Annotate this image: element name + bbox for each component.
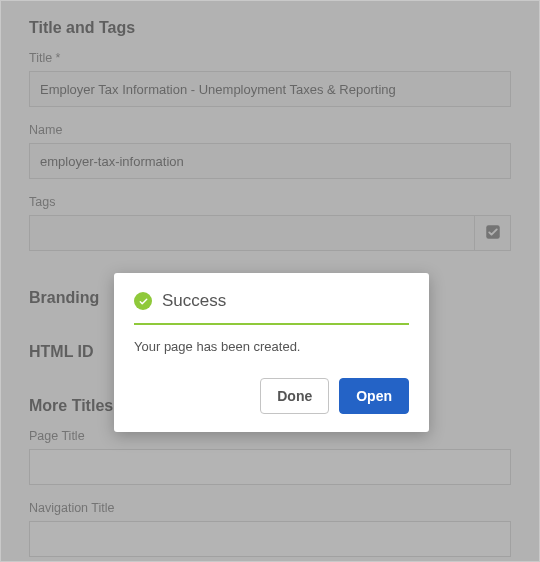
dialog-actions: Done Open: [134, 378, 409, 414]
dialog-message: Your page has been created.: [134, 339, 409, 354]
dialog-header: Success: [134, 291, 409, 325]
modal-overlay: Success Your page has been created. Done…: [1, 1, 539, 561]
done-button[interactable]: Done: [260, 378, 329, 414]
done-button-label: Done: [277, 388, 312, 404]
open-button-label: Open: [356, 388, 392, 404]
open-button[interactable]: Open: [339, 378, 409, 414]
success-check-icon: [134, 292, 152, 310]
success-dialog: Success Your page has been created. Done…: [114, 273, 429, 432]
dialog-title: Success: [162, 291, 226, 311]
